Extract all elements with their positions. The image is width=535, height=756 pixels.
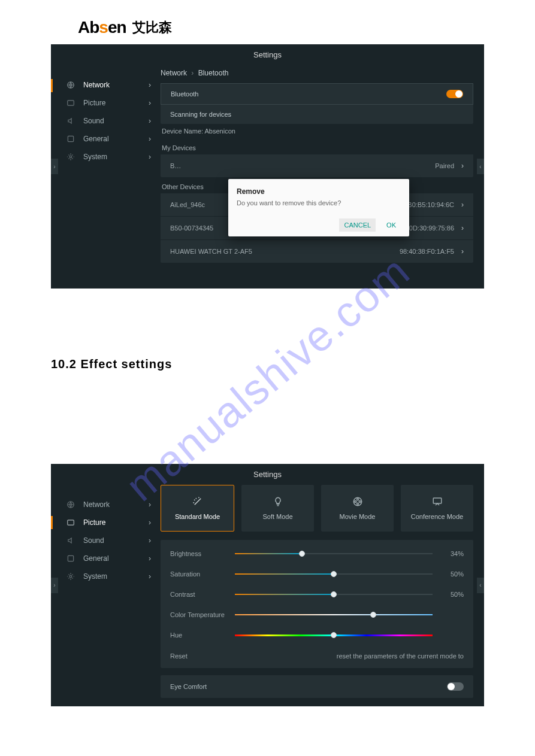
chevron-right-icon: › [149,153,151,161]
sidebar-item-general[interactable]: General › [56,549,161,567]
scanning-label: Scanning for devices [170,111,231,118]
mode-movie[interactable]: Movie Mode [321,485,394,532]
mode-label: Movie Mode [340,513,376,520]
eye-comfort-label: Eye Comfort [170,683,207,690]
general-icon [67,135,75,143]
sidebar-item-label: System [83,572,107,581]
reset-row[interactable]: Reset reset the parameters of the curren… [170,645,464,664]
sidebar-item-label: General [83,554,109,563]
device-name-row: Device Name: Absenicon [161,124,473,138]
device-name: B50-00734345 [170,224,213,232]
section-heading: 10.2 Effect settings [51,357,535,371]
sidebar-item-label: Picture [83,99,105,107]
wand-icon [192,496,203,507]
active-indicator [51,79,53,92]
sidebar-item-system[interactable]: System › [56,567,161,585]
sidebar-item-general[interactable]: General › [56,130,161,148]
sidebar-item-label: Sound [83,536,104,545]
remove-dialog: Remove Do you want to remove this device… [228,179,409,236]
sidebar: Network › Picture › Sound › General › Sy… [56,485,161,704]
device-name-value: Absenicon [205,127,235,135]
sidebar-item-sound[interactable]: Sound › [56,112,161,130]
sidebar-item-network[interactable]: Network › [56,76,161,94]
device-name: HUAWEI WATCH GT 2-AF5 [170,248,252,255]
slider-label: Saturation [170,570,228,578]
other-device-row[interactable]: HUAWEI WATCH GT 2-AF5 98:40:38:F0:1A:F5› [161,239,473,263]
cancel-button[interactable]: CANCEL [339,218,376,232]
device-mac: 98:40:38:F0:1A:F5 [400,248,454,255]
mode-label: Soft Mode [262,513,292,520]
chevron-right-icon: › [149,536,151,545]
sidebar-item-system[interactable]: System › [56,148,161,166]
bulb-icon [273,496,283,507]
chevron-right-icon: › [149,518,151,527]
ok-button[interactable]: OK [382,218,401,232]
bluetooth-toggle-row[interactable]: Bluetooth [161,83,473,105]
mode-selector: Standard Mode Soft Mode Movie Mode Confe… [161,485,473,540]
active-indicator [51,516,53,529]
svg-point-11 [359,501,361,503]
svg-point-3 [69,156,72,158]
contrast-slider[interactable]: Contrast 50% [170,584,464,605]
mode-conference[interactable]: Conference Mode [401,485,473,532]
sidebar-item-label: Picture [83,518,105,527]
slider-value: 50% [440,591,464,598]
reset-hint: reset the parameters of the current mode… [337,652,464,660]
slider-value: 34% [440,550,464,557]
brand-logo: Absen 艾比森 [0,0,535,44]
sidebar-item-sound[interactable]: Sound › [56,532,161,549]
mode-label: Conference Mode [411,513,463,520]
sliders-panel: Brightness 34% Saturation 50% Contrast 5… [161,540,473,668]
mode-soft[interactable]: Soft Mode [241,485,314,532]
slider-value: 50% [440,570,464,578]
sidebar-item-label: Sound [83,117,104,125]
svg-point-10 [354,501,356,503]
svg-rect-1 [68,101,74,105]
svg-rect-2 [68,136,73,141]
brightness-slider[interactable]: Brightness 34% [170,544,464,564]
bluetooth-panel: Bluetooth Scanning for devices [161,83,473,124]
device-name: AiLed_946c [170,201,205,208]
eye-comfort-toggle[interactable] [447,682,464,691]
sidebar-item-picture[interactable]: Picture › [56,94,161,112]
logo-cn: 艾比森 [132,19,172,37]
mode-label: Standard Mode [175,513,220,520]
sidebar-item-label: Network [83,500,110,509]
svg-point-12 [356,503,358,505]
device-name-label: Device Name: [162,127,203,135]
my-device-row[interactable]: B… Paired › [161,154,473,177]
main-content: Network › Bluetooth Bluetooth Scanning f… [161,65,479,269]
presentation-icon [432,496,443,507]
slider-label: Contrast [170,591,228,598]
screenshot-bluetooth-settings: Settings Network › Picture › Sound › Gen… [51,44,484,289]
nav-right[interactable]: ‹ [477,578,484,593]
chevron-right-icon: › [461,247,464,256]
color-temperature-slider[interactable]: Color Temperature [170,605,464,625]
sidebar-item-label: Network [83,81,110,89]
chevron-right-icon: › [191,69,194,77]
bluetooth-toggle[interactable] [446,90,463,98]
my-devices-panel: B… Paired › [161,154,473,177]
nav-left[interactable]: › [51,159,58,174]
sidebar-item-network[interactable]: Network › [56,496,161,514]
settings-title: Settings [51,44,484,65]
sidebar: Network › Picture › Sound › General › Sy… [56,65,161,269]
svg-rect-13 [433,498,442,503]
main-content: Standard Mode Soft Mode Movie Mode Confe… [161,485,479,704]
saturation-slider[interactable]: Saturation 50% [170,564,464,584]
dialog-message: Do you want to remove this device? [237,199,401,207]
eye-comfort-row[interactable]: Eye Comfort [161,675,473,698]
svg-rect-6 [68,555,73,561]
sound-icon [67,536,75,545]
breadcrumb-network[interactable]: Network [161,69,187,77]
bluetooth-label: Bluetooth [171,90,198,98]
chevron-right-icon: › [461,224,464,232]
device-name: B… [170,162,181,169]
chevron-right-icon: › [149,572,151,581]
svg-point-9 [356,499,358,500]
sidebar-item-picture[interactable]: Picture › [56,514,161,532]
nav-left[interactable]: › [51,578,58,593]
nav-right[interactable]: ‹ [477,159,484,174]
hue-slider[interactable]: Hue [170,625,464,645]
mode-standard[interactable]: Standard Mode [161,485,234,532]
